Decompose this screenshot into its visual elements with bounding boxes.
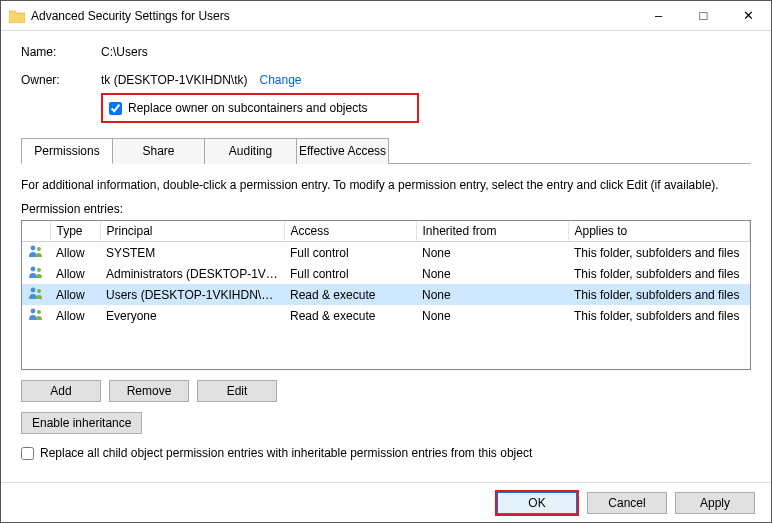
folder-icon <box>9 9 25 23</box>
enable-inheritance-button[interactable]: Enable inheritance <box>21 412 142 434</box>
header-inherited[interactable]: Inherited from <box>416 221 568 242</box>
svg-point-5 <box>37 289 41 293</box>
close-button[interactable]: ✕ <box>726 1 771 30</box>
tab-share[interactable]: Share <box>113 138 205 164</box>
add-button[interactable]: Add <box>21 380 101 402</box>
remove-button[interactable]: Remove <box>109 380 189 402</box>
header-applies[interactable]: Applies to <box>568 221 750 242</box>
change-owner-link[interactable]: Change <box>259 73 301 87</box>
cell-applies: This folder, subfolders and files <box>568 263 750 284</box>
cell-type: Allow <box>50 263 100 284</box>
cancel-button[interactable]: Cancel <box>587 492 667 514</box>
table-row[interactable]: AllowAdministrators (DESKTOP-1VK...Full … <box>22 263 750 284</box>
owner-row: Owner: tk (DESKTOP-1VKIHDN\tk) Change <box>21 73 751 87</box>
replace-owner-highlight: Replace owner on subcontainers and objec… <box>101 93 419 123</box>
titlebar: Advanced Security Settings for Users – □… <box>1 1 771 31</box>
edit-button[interactable]: Edit <box>197 380 277 402</box>
cell-access: Read & execute <box>284 305 416 326</box>
ok-button[interactable]: OK <box>497 492 577 514</box>
table-row[interactable]: AllowUsers (DESKTOP-1VKIHDN\Us...Read & … <box>22 284 750 305</box>
cell-inherited: None <box>416 263 568 284</box>
name-value: C:\Users <box>101 45 148 59</box>
info-text: For additional information, double-click… <box>21 178 751 192</box>
dialog-footer: OK Cancel Apply <box>1 482 771 522</box>
entry-buttons-row: Add Remove Edit <box>21 380 751 402</box>
replace-owner-checkbox[interactable] <box>109 102 122 115</box>
people-icon <box>22 284 50 305</box>
cell-type: Allow <box>50 305 100 326</box>
header-type[interactable]: Type <box>50 221 100 242</box>
cell-principal: SYSTEM <box>100 242 284 264</box>
replace-child-checkbox[interactable] <box>21 447 34 460</box>
cell-access: Read & execute <box>284 284 416 305</box>
permission-entries-label: Permission entries: <box>21 202 751 216</box>
tab-strip: Permissions Share Auditing Effective Acc… <box>21 137 751 164</box>
cell-principal: Administrators (DESKTOP-1VK... <box>100 263 284 284</box>
tab-permissions[interactable]: Permissions <box>21 138 113 164</box>
cell-access: Full control <box>284 242 416 264</box>
ok-highlight: OK <box>495 490 579 516</box>
minimize-button[interactable]: – <box>636 1 681 30</box>
maximize-button[interactable]: □ <box>681 1 726 30</box>
cell-inherited: None <box>416 242 568 264</box>
svg-point-3 <box>37 268 41 272</box>
name-row: Name: C:\Users <box>21 45 751 59</box>
cell-applies: This folder, subfolders and files <box>568 284 750 305</box>
svg-point-0 <box>31 246 36 251</box>
cell-type: Allow <box>50 284 100 305</box>
window-title: Advanced Security Settings for Users <box>31 9 230 23</box>
tab-auditing[interactable]: Auditing <box>205 138 297 164</box>
owner-value: tk (DESKTOP-1VKIHDN\tk) <box>101 73 247 87</box>
cell-principal: Users (DESKTOP-1VKIHDN\Us... <box>100 284 284 305</box>
table-header-row: Type Principal Access Inherited from App… <box>22 221 750 242</box>
header-access[interactable]: Access <box>284 221 416 242</box>
svg-point-2 <box>31 267 36 272</box>
svg-point-4 <box>31 288 36 293</box>
header-icon[interactable] <box>22 221 50 242</box>
tab-effective-access[interactable]: Effective Access <box>297 138 389 164</box>
header-principal[interactable]: Principal <box>100 221 284 242</box>
cell-principal: Everyone <box>100 305 284 326</box>
cell-type: Allow <box>50 242 100 264</box>
cell-applies: This folder, subfolders and files <box>568 242 750 264</box>
content-area: Name: C:\Users Owner: tk (DESKTOP-1VKIHD… <box>1 31 771 470</box>
permission-entries-table[interactable]: Type Principal Access Inherited from App… <box>21 220 751 370</box>
people-icon <box>22 263 50 284</box>
apply-button[interactable]: Apply <box>675 492 755 514</box>
owner-label: Owner: <box>21 73 101 87</box>
replace-owner-label: Replace owner on subcontainers and objec… <box>128 101 367 115</box>
svg-point-1 <box>37 247 41 251</box>
window-controls: – □ ✕ <box>636 1 771 30</box>
table-row[interactable]: AllowEveryoneRead & executeNoneThis fold… <box>22 305 750 326</box>
cell-inherited: None <box>416 305 568 326</box>
cell-access: Full control <box>284 263 416 284</box>
table-row[interactable]: AllowSYSTEMFull controlNoneThis folder, … <box>22 242 750 264</box>
replace-child-label: Replace all child object permission entr… <box>40 446 532 460</box>
svg-point-6 <box>31 309 36 314</box>
cell-applies: This folder, subfolders and files <box>568 305 750 326</box>
people-icon <box>22 242 50 264</box>
name-label: Name: <box>21 45 101 59</box>
cell-inherited: None <box>416 284 568 305</box>
people-icon <box>22 305 50 326</box>
replace-child-row: Replace all child object permission entr… <box>21 446 751 460</box>
svg-point-7 <box>37 310 41 314</box>
